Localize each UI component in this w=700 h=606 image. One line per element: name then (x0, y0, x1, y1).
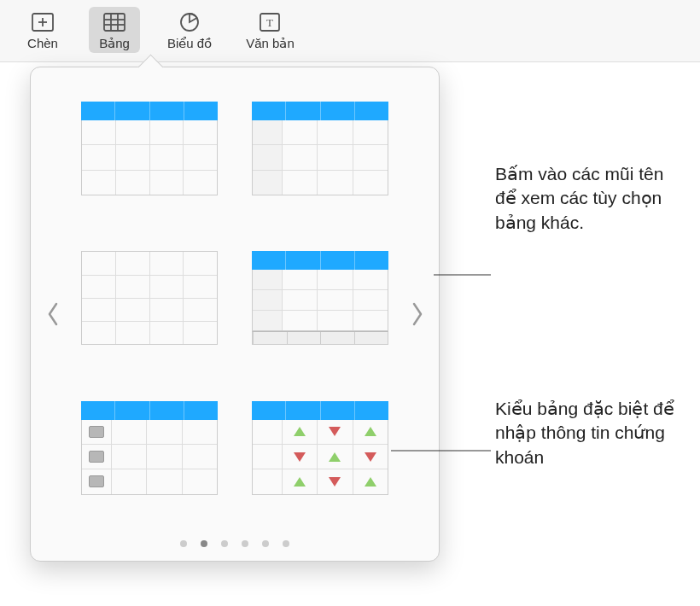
callout-arrows: Bấm vào các mũi tên để xem các tùy chọn … (495, 162, 683, 235)
callout-stocks: Kiểu bảng đặc biệt để nhập thông tin chứ… (495, 397, 683, 469)
